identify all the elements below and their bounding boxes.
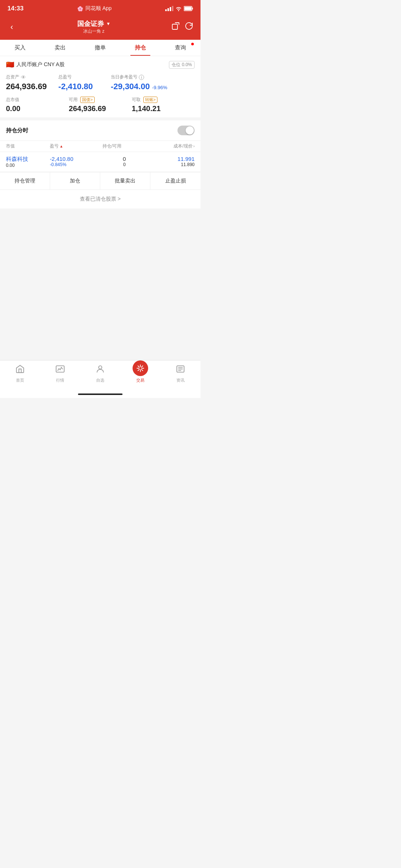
broker-name: 国金证券: [77, 19, 104, 28]
status-icons: [165, 6, 193, 11]
tab-bar: 买入 卖出 撤单 持仓 查询: [0, 40, 200, 56]
daily-pnl-cell: 当日参考盈亏 i -29,304.00 -9.96%: [111, 74, 195, 91]
header-holding-avail: 持仓/可用: [102, 143, 146, 149]
refresh-icon[interactable]: [185, 22, 193, 32]
withdraw-cell: 可取 转账> 1,140.21: [132, 97, 195, 113]
home-icon: [15, 364, 25, 376]
signal-icon: [165, 6, 173, 11]
finance-grid-1: 总资产 👁 264,936.69 总盈亏 -2,410.80 当日参考盈亏 i …: [6, 74, 195, 91]
svg-point-5: [99, 366, 102, 369]
position-manage-button[interactable]: 持仓管理: [0, 172, 50, 190]
total-asset-value: 264,936.69: [6, 82, 58, 91]
position-badge: 仓位 0.0%: [169, 61, 195, 69]
nav-watchlist[interactable]: 自选: [80, 364, 120, 383]
withdraw-label: 可取 转账>: [132, 97, 195, 103]
stock-current-price: 11.890: [146, 162, 195, 167]
stock-pnl-pct: -0.845%: [50, 162, 102, 167]
holdings-time-toggle[interactable]: [177, 126, 195, 135]
tab-buy[interactable]: 买入: [0, 40, 40, 56]
daily-pnl-label: 当日参考盈亏 i: [111, 74, 195, 80]
info-icon: i: [139, 75, 144, 80]
status-time: 14:33: [7, 5, 23, 12]
share-icon[interactable]: [172, 22, 180, 32]
account-section: 🇨🇳 人民币账户 CNY A股 仓位 0.0% 总资产 👁 264,936.69…: [0, 56, 200, 117]
account-nickname: 冰山一角 z: [16, 28, 172, 35]
total-market-label: 总市值: [6, 97, 69, 103]
wifi-icon: [175, 6, 182, 11]
stock-name: 科森科技: [6, 156, 50, 163]
stock-name-cell: 科森科技 0.00: [6, 156, 50, 168]
withdraw-value: 1,140.21: [132, 104, 195, 113]
market-icon: [55, 364, 65, 376]
svg-rect-2: [192, 8, 193, 10]
tab-query[interactable]: 查询: [160, 40, 200, 56]
home-indicator-bar: [78, 393, 123, 395]
table-row[interactable]: 科森科技 0.00 -2,410.80 -0.845% 0 0 11.991 1…: [0, 152, 200, 172]
svg-rect-1: [184, 7, 191, 10]
sort-arrow-icon[interactable]: ▲: [59, 144, 63, 148]
nav-market-label: 行情: [56, 378, 64, 383]
stock-market-value: 0.00: [6, 163, 50, 168]
finance-grid-2: 总市值 0.00 可用 国债> 264,936.69 可取 转账> 1,140.…: [6, 97, 195, 113]
tab-sell[interactable]: 卖出: [40, 40, 80, 56]
action-buttons: 持仓管理 加仓 批量卖出 止盈止损: [0, 172, 200, 190]
account-header: 🇨🇳 人民币账户 CNY A股 仓位 0.0%: [6, 61, 195, 69]
view-cleared-link[interactable]: 查看已清仓股票 >: [0, 190, 200, 208]
eye-icon: 👁: [21, 74, 26, 80]
total-pnl-cell: 总盈亏 -2,410.80: [58, 74, 111, 91]
query-badge: [191, 43, 194, 45]
nav-news[interactable]: 资讯: [160, 364, 200, 383]
batch-sell-button[interactable]: 批量卖出: [100, 172, 150, 190]
watchlist-icon: [95, 364, 105, 376]
table-header: 市值 盈亏 ▲ 持仓/可用 成本/现价 ›: [0, 140, 200, 152]
header-actions: [172, 22, 193, 32]
nav-news-label: 资讯: [176, 378, 185, 383]
daily-pnl-value: -29,304.00: [111, 82, 150, 91]
holdings-title: 持仓分时: [6, 127, 28, 134]
nav-home-label: 首页: [16, 378, 24, 383]
nav-trade[interactable]: 交易: [120, 364, 160, 383]
header-title: 国金证券 ▼ 冰山一角 z: [16, 19, 172, 35]
header: ‹ 国金证券 ▼ 冰山一角 z: [0, 16, 200, 40]
stock-available-qty: 0: [102, 162, 146, 167]
stock-price-cell: 11.991 11.890: [146, 156, 195, 168]
transfer-tag[interactable]: 转账>: [143, 97, 157, 103]
stop-loss-button[interactable]: 止盈止损: [150, 172, 200, 190]
header-pnl: 盈亏 ▲: [50, 143, 102, 149]
stock-pnl-value: -2,410.80: [50, 156, 102, 162]
daily-pnl-pct: -9.96%: [152, 85, 167, 90]
account-name: 人民币账户 CNY A股: [16, 61, 65, 68]
nav-home[interactable]: 首页: [0, 364, 40, 383]
holdings-header: 持仓分时: [0, 120, 200, 140]
app-name-label: 🌸 同花顺 App: [77, 5, 112, 12]
back-button[interactable]: ‹: [7, 21, 16, 33]
guozhai-tag[interactable]: 国债>: [80, 97, 94, 103]
nav-watchlist-label: 自选: [96, 378, 104, 383]
header-market-value: 市值: [6, 143, 50, 149]
holdings-section: 持仓分时 市值 盈亏 ▲ 持仓/可用 成本/现价 › 科森科技 0.00 -2,…: [0, 120, 200, 208]
news-icon: [176, 364, 185, 376]
bottom-nav: 首页 行情 自选 交易: [0, 360, 200, 391]
tab-cancel[interactable]: 撤单: [80, 40, 120, 56]
empty-space: [0, 211, 200, 360]
trade-icon-circle: [133, 360, 148, 376]
header-cost-current: 成本/现价 ›: [146, 143, 195, 149]
status-bar: 14:33 🌸 同花顺 App: [0, 0, 200, 16]
stock-cost-price: 11.991: [146, 156, 195, 162]
total-market-cell: 总市值 0.00: [6, 97, 69, 113]
account-label: 🇨🇳 人民币账户 CNY A股: [6, 61, 65, 69]
nav-trade-label: 交易: [136, 378, 144, 383]
total-market-value: 0.00: [6, 104, 69, 113]
tab-holdings[interactable]: 持仓: [120, 40, 160, 56]
svg-rect-4: [56, 366, 64, 372]
total-pnl-label: 总盈亏: [58, 74, 111, 80]
china-flag-icon: 🇨🇳: [6, 61, 14, 69]
stock-holding-qty: 0: [102, 156, 146, 162]
total-asset-cell: 总资产 👁 264,936.69: [6, 74, 58, 91]
available-cell: 可用 国债> 264,936.69: [69, 97, 131, 113]
nav-market[interactable]: 行情: [40, 364, 80, 383]
dropdown-arrow[interactable]: ▼: [106, 21, 111, 26]
stock-pnl-cell: -2,410.80 -0.845%: [50, 156, 102, 168]
add-position-button[interactable]: 加仓: [50, 172, 100, 190]
total-pnl-value: -2,410.80: [58, 82, 111, 91]
